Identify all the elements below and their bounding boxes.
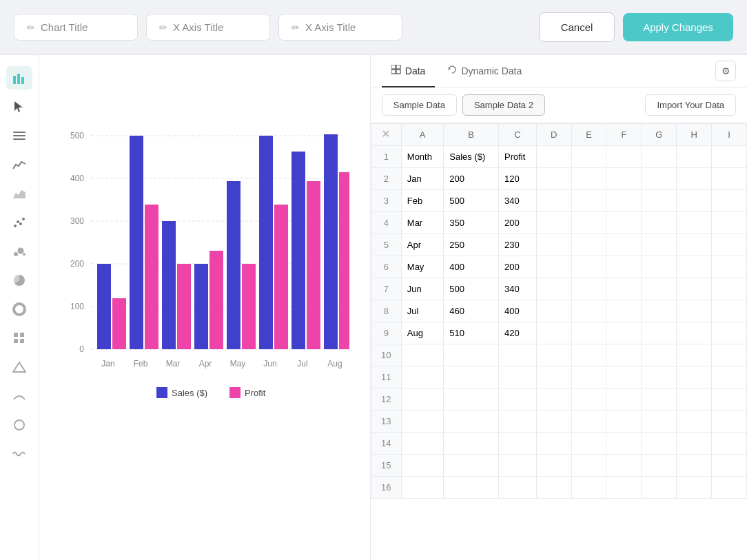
wave-sidebar-icon[interactable] xyxy=(6,442,32,466)
cell-14-G[interactable] xyxy=(642,433,677,455)
cell-9-A[interactable]: Aug xyxy=(401,322,443,344)
col-header-H[interactable]: H xyxy=(677,124,712,146)
table-row[interactable]: 13 xyxy=(371,411,746,433)
table-row[interactable]: 6May400200 xyxy=(371,256,746,278)
cell-15-F[interactable] xyxy=(606,455,642,477)
cell-2-B[interactable]: 200 xyxy=(444,168,499,190)
table-row[interactable]: 12 xyxy=(371,388,746,411)
col-header-I[interactable]: I xyxy=(712,124,747,146)
tab-data[interactable]: Data xyxy=(382,55,436,87)
cell-4-H[interactable] xyxy=(677,212,712,234)
cell-10-E[interactable] xyxy=(571,344,606,366)
cell-12-I[interactable] xyxy=(712,388,747,411)
cell-2-I[interactable] xyxy=(712,168,747,190)
cell-3-G[interactable] xyxy=(642,190,677,212)
cell-13-F[interactable] xyxy=(606,411,642,433)
cell-13-B[interactable] xyxy=(444,411,499,433)
cell-13-I[interactable] xyxy=(712,411,747,433)
cell-15-A[interactable] xyxy=(401,455,443,477)
cell-12-B[interactable] xyxy=(444,388,499,411)
table-row[interactable]: 4Mar350200 xyxy=(371,212,746,234)
grid-sidebar-icon[interactable] xyxy=(6,326,32,350)
cell-6-E[interactable] xyxy=(571,256,606,278)
cell-16-C[interactable] xyxy=(499,477,537,499)
bar-chart-sidebar-icon[interactable] xyxy=(6,66,32,90)
cell-6-H[interactable] xyxy=(677,256,712,278)
cell-15-E[interactable] xyxy=(571,455,606,477)
cell-9-D[interactable] xyxy=(536,322,571,344)
cell-5-A[interactable]: Apr xyxy=(401,234,443,256)
cell-1-B[interactable]: Sales ($) xyxy=(444,146,499,168)
sample-data-2-tab[interactable]: Sample Data 2 xyxy=(462,94,545,116)
cell-13-E[interactable] xyxy=(571,411,606,433)
cell-13-C[interactable] xyxy=(499,411,537,433)
cell-14-F[interactable] xyxy=(606,433,642,455)
cell-14-D[interactable] xyxy=(536,433,571,455)
sample-data-tab[interactable]: Sample Data xyxy=(382,94,457,116)
cell-7-F[interactable] xyxy=(606,278,642,300)
cell-9-I[interactable] xyxy=(712,322,747,344)
cell-5-C[interactable]: 230 xyxy=(499,234,537,256)
cell-3-B[interactable]: 500 xyxy=(444,190,499,212)
cell-4-F[interactable] xyxy=(606,212,642,234)
cell-3-H[interactable] xyxy=(677,190,712,212)
pie-sidebar-icon[interactable] xyxy=(6,269,32,292)
cell-13-A[interactable] xyxy=(401,411,443,433)
cell-14-H[interactable] xyxy=(677,433,712,455)
x-axis-title-input[interactable]: ✏ X Axis Title xyxy=(146,14,270,41)
table-row[interactable]: 11 xyxy=(371,366,746,388)
cell-4-E[interactable] xyxy=(571,212,606,234)
cell-15-B[interactable] xyxy=(444,455,499,477)
cell-16-D[interactable] xyxy=(536,477,571,499)
cell-8-B[interactable]: 460 xyxy=(444,300,499,322)
cell-10-F[interactable] xyxy=(606,344,642,366)
apply-changes-button[interactable]: Apply Changes xyxy=(623,13,733,41)
table-row[interactable]: 7Jun500340 xyxy=(371,278,746,300)
cell-15-D[interactable] xyxy=(536,455,571,477)
cell-15-I[interactable] xyxy=(712,455,747,477)
cell-6-F[interactable] xyxy=(606,256,642,278)
cell-14-B[interactable] xyxy=(444,433,499,455)
col-header-C[interactable]: C xyxy=(499,124,537,146)
cell-10-D[interactable] xyxy=(536,344,571,366)
cell-16-H[interactable] xyxy=(677,477,712,499)
cell-12-A[interactable] xyxy=(401,388,443,411)
cell-2-F[interactable] xyxy=(606,168,642,190)
cell-2-E[interactable] xyxy=(571,168,606,190)
cell-12-H[interactable] xyxy=(677,388,712,411)
cell-8-C[interactable]: 400 xyxy=(499,300,537,322)
cell-8-A[interactable]: Jul xyxy=(401,300,443,322)
cell-3-F[interactable] xyxy=(606,190,642,212)
cell-6-B[interactable]: 400 xyxy=(444,256,499,278)
cell-2-H[interactable] xyxy=(677,168,712,190)
cell-10-B[interactable] xyxy=(444,344,499,366)
cell-4-D[interactable] xyxy=(536,212,571,234)
table-row[interactable]: 3Feb500340 xyxy=(371,190,746,212)
cell-4-I[interactable] xyxy=(712,212,747,234)
cell-1-I[interactable] xyxy=(712,146,747,168)
cell-6-I[interactable] xyxy=(712,256,747,278)
cell-15-C[interactable] xyxy=(499,455,537,477)
cell-11-I[interactable] xyxy=(712,366,747,388)
cell-7-G[interactable] xyxy=(642,278,677,300)
cell-10-C[interactable] xyxy=(499,344,537,366)
cell-14-A[interactable] xyxy=(401,433,443,455)
cell-1-A[interactable]: Month xyxy=(401,146,443,168)
cell-14-C[interactable] xyxy=(499,433,537,455)
cell-1-F[interactable] xyxy=(606,146,642,168)
cell-8-D[interactable] xyxy=(536,300,571,322)
cell-2-A[interactable]: Jan xyxy=(401,168,443,190)
cell-12-E[interactable] xyxy=(571,388,606,411)
triangle-sidebar-icon[interactable] xyxy=(6,355,32,379)
cell-5-B[interactable]: 250 xyxy=(444,234,499,256)
cell-1-E[interactable] xyxy=(571,146,606,168)
cursor-sidebar-icon[interactable] xyxy=(6,95,32,118)
cell-5-H[interactable] xyxy=(677,234,712,256)
cell-10-G[interactable] xyxy=(642,344,677,366)
cell-11-D[interactable] xyxy=(536,366,571,388)
cell-10-H[interactable] xyxy=(677,344,712,366)
donut-sidebar-icon[interactable] xyxy=(6,298,32,321)
table-row[interactable]: 2Jan200120 xyxy=(371,168,746,190)
cell-11-E[interactable] xyxy=(571,366,606,388)
cell-1-C[interactable]: Profit xyxy=(499,146,537,168)
